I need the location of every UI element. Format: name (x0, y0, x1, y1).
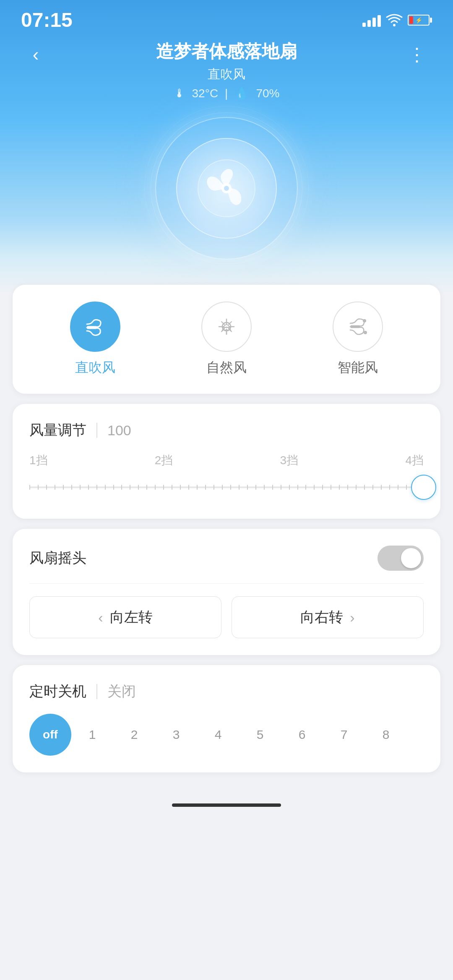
timer-option-3[interactable]: 3 (155, 714, 197, 756)
svg-point-5 (363, 319, 366, 322)
timer-option-1[interactable]: 1 (71, 714, 113, 756)
device-title: 造梦者体感落地扇 (50, 40, 403, 63)
home-indicator (0, 795, 453, 811)
speed-slider-track (29, 486, 424, 488)
svg-point-1 (198, 160, 255, 217)
battery-icon: ⚡ (408, 15, 432, 26)
temperature-value: 32°C (192, 87, 219, 100)
status-bar: 07:15 ⚡ (0, 0, 453, 36)
speed-divider (96, 423, 97, 438)
wind-mode-natural[interactable]: 自然风 (201, 302, 252, 377)
timer-divider (96, 684, 97, 699)
wifi-icon (386, 13, 403, 27)
back-arrow-icon: ‹ (33, 44, 39, 65)
right-arrow-icon: › (350, 609, 354, 626)
timer-option-off[interactable]: off (29, 714, 71, 756)
back-button[interactable]: ‹ (21, 40, 50, 69)
wind-modes-container: 直吹风 自然风 (29, 302, 424, 377)
fan-inner-ring (176, 138, 277, 239)
speed-slider-wrap (29, 473, 424, 502)
wind-mode-card: 直吹风 自然风 (13, 285, 440, 394)
timer-options: off12345678 (29, 714, 424, 756)
wind-mode-natural-icon (201, 302, 252, 352)
timer-option-4[interactable]: 4 (197, 714, 239, 756)
shake-header: 风扇摇头 (29, 546, 424, 571)
fan-outer-ring (155, 117, 298, 260)
shake-buttons: ‹ 向左转 向右转 › (29, 596, 424, 638)
weather-divider: | (225, 87, 228, 100)
shake-toggle[interactable] (378, 546, 424, 571)
timer-title: 定时关机 (29, 682, 86, 701)
toggle-knob (401, 548, 421, 568)
rotate-right-button[interactable]: 向右转 › (232, 596, 424, 638)
speed-header: 风量调节 100 (29, 421, 424, 440)
header-title-wrap: 造梦者体感落地扇 直吹风 🌡 32°C | 💧 70% (50, 40, 403, 100)
home-bar (172, 803, 281, 807)
speed-value: 100 (107, 422, 131, 439)
timer-status: 关闭 (107, 682, 136, 701)
speed-title: 风量调节 (29, 421, 86, 440)
head-shake-card: 风扇摇头 ‹ 向左转 向右转 › (13, 529, 440, 655)
wind-mode-smart-label: 智能风 (338, 359, 378, 377)
shake-title: 风扇摇头 (29, 548, 86, 568)
timer-option-8[interactable]: 8 (365, 714, 407, 756)
shake-divider (29, 583, 424, 584)
wind-mode-direct[interactable]: 直吹风 (70, 302, 120, 377)
speed-label-2: 2挡 (155, 452, 173, 468)
wind-mode-direct-icon (70, 302, 120, 352)
wind-mode-direct-label: 直吹风 (75, 359, 115, 377)
timer-option-2[interactable]: 2 (113, 714, 155, 756)
svg-point-6 (364, 331, 367, 334)
timer-option-7[interactable]: 7 (323, 714, 365, 756)
signal-icon (362, 13, 381, 27)
speed-labels: 1挡 2挡 3挡 4挡 (29, 452, 424, 468)
status-icons: ⚡ (362, 13, 432, 27)
humidity-value: 70% (256, 87, 279, 100)
speed-label-4: 4挡 (405, 452, 424, 468)
content-area: 直吹风 自然风 (0, 285, 453, 795)
more-dots-icon: ⋮ (408, 45, 427, 64)
timer-header: 定时关机 关闭 (29, 682, 424, 701)
svg-point-3 (224, 186, 229, 191)
svg-point-0 (393, 24, 396, 26)
top-nav: ‹ 造梦者体感落地扇 直吹风 🌡 32°C | 💧 70% ⋮ (0, 36, 453, 100)
speed-label-1: 1挡 (29, 452, 48, 468)
rotate-left-label: 向左转 (110, 608, 153, 627)
status-time: 07:15 (21, 8, 73, 31)
wind-mode-subtitle: 直吹风 (50, 66, 403, 83)
speed-slider-thumb[interactable] (411, 475, 436, 500)
tick-marks (29, 485, 424, 490)
fan-blade-icon (197, 159, 256, 218)
rotate-left-button[interactable]: ‹ 向左转 (29, 596, 221, 638)
timer-option-6[interactable]: 6 (281, 714, 323, 756)
timer-card: 定时关机 关闭 off12345678 (13, 665, 440, 772)
weather-info: 🌡 32°C | 💧 70% (50, 86, 403, 100)
speed-control-card: 风量调节 100 1挡 2挡 3挡 4挡 (13, 404, 440, 519)
speed-label-3: 3挡 (280, 452, 299, 468)
svg-point-2 (221, 183, 232, 193)
more-button[interactable]: ⋮ (403, 40, 432, 69)
wind-mode-smart[interactable]: 智能风 (333, 302, 383, 377)
temperature-icon: 🌡 (174, 86, 185, 100)
timer-option-5[interactable]: 5 (239, 714, 281, 756)
humidity-icon: 💧 (234, 86, 249, 100)
left-arrow-icon: ‹ (98, 609, 103, 626)
fan-visual[interactable] (0, 100, 453, 268)
rotate-right-label: 向右转 (300, 608, 343, 627)
wind-mode-smart-icon (333, 302, 383, 352)
wind-mode-natural-label: 自然风 (206, 359, 247, 377)
